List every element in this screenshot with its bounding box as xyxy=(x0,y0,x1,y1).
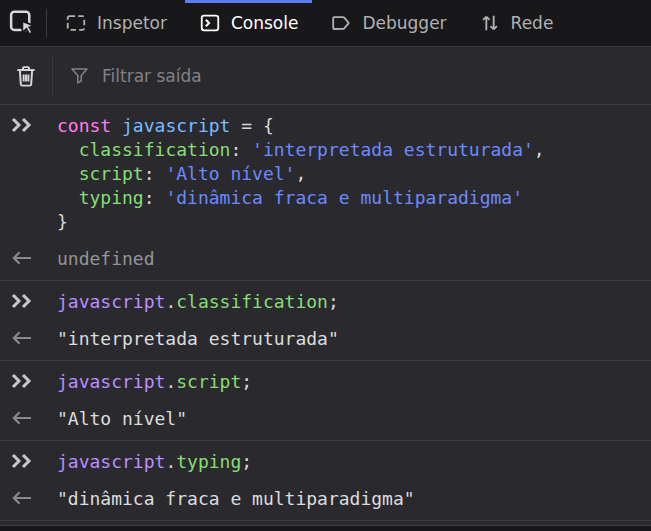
console-result-value: "Alto nível" xyxy=(57,407,187,431)
tab-console[interactable]: Console xyxy=(185,0,313,46)
console-block: javascript.script;"Alto nível" xyxy=(0,361,651,441)
filter-input[interactable] xyxy=(102,66,651,86)
console-result-row: "Alto nível" xyxy=(0,400,651,440)
input-prompt-icon xyxy=(0,373,57,389)
console-result-value: "interpretada estruturada" xyxy=(57,327,339,351)
filter-funnel-icon xyxy=(69,65,90,86)
console-input-row: const javascript = { classification: 'in… xyxy=(0,105,651,240)
console-input-row: javascript.script; xyxy=(0,361,651,400)
console-icon xyxy=(199,12,221,34)
debugger-icon xyxy=(330,12,352,34)
result-arrow-icon xyxy=(0,410,57,426)
tab-debugger[interactable]: Debugger xyxy=(316,0,460,46)
tab-debugger-label: Debugger xyxy=(362,13,446,33)
tab-inspector[interactable]: Inspetor xyxy=(51,0,181,46)
trash-icon xyxy=(13,63,39,89)
input-prompt-icon xyxy=(0,117,57,133)
console-result-value: undefined xyxy=(57,247,155,271)
console-input-row: javascript.classification; xyxy=(0,281,651,320)
console-block: const javascript = { classification: 'in… xyxy=(0,105,651,281)
pick-element-button[interactable] xyxy=(0,0,46,46)
pick-element-icon xyxy=(8,8,38,38)
console-result-row: undefined xyxy=(0,240,651,280)
tab-inspector-label: Inspetor xyxy=(97,13,167,33)
console-input-area[interactable] xyxy=(0,525,651,531)
clear-console-button[interactable] xyxy=(0,47,52,104)
result-arrow-icon xyxy=(0,490,57,506)
result-arrow-icon xyxy=(0,250,57,266)
devtools-window: Inspetor Console Debugger xyxy=(0,0,651,531)
console-result-value: "dinâmica fraca e multiparadigma" xyxy=(57,487,415,511)
input-prompt-icon xyxy=(0,293,57,309)
console-input-expression: const javascript = { classification: 'in… xyxy=(57,114,645,234)
input-prompt-icon xyxy=(0,453,57,469)
console-output[interactable]: const javascript = { classification: 'in… xyxy=(0,105,651,525)
toolbar-separator xyxy=(46,9,47,37)
tab-network-label: Rede xyxy=(511,13,554,33)
result-arrow-icon xyxy=(0,330,57,346)
console-filter-bar xyxy=(0,47,651,105)
tab-console-label: Console xyxy=(231,13,299,33)
console-result-row: "dinâmica fraca e multiparadigma" xyxy=(0,480,651,520)
console-input-row: javascript.typing; xyxy=(0,441,651,480)
inspector-icon xyxy=(65,12,87,34)
console-block: javascript.classification;"interpretada … xyxy=(0,281,651,361)
console-input-expression: javascript.typing; xyxy=(57,450,645,474)
network-arrows-icon xyxy=(479,12,501,34)
console-block: javascript.typing;"dinâmica fraca e mult… xyxy=(0,441,651,521)
tab-network[interactable]: Rede xyxy=(465,0,568,46)
console-input-expression: javascript.script; xyxy=(57,370,645,394)
console-input-expression: javascript.classification; xyxy=(57,290,645,314)
console-result-row: "interpretada estruturada" xyxy=(0,320,651,360)
devtools-toolbar: Inspetor Console Debugger xyxy=(0,0,651,47)
